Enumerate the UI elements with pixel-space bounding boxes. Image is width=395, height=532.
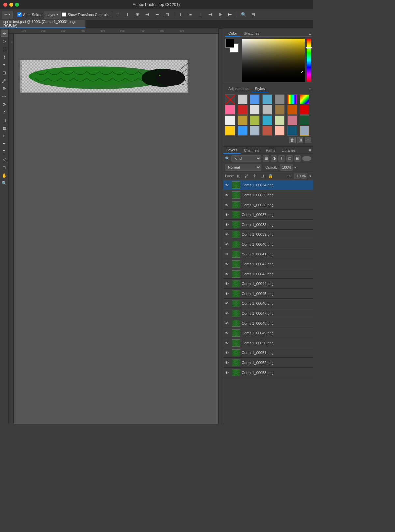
- filter-type-btn[interactable]: T: [278, 155, 285, 162]
- tab-channels[interactable]: Channels: [241, 147, 262, 154]
- filter-adjustment-btn[interactable]: ◑: [271, 155, 277, 162]
- tab-libraries[interactable]: Libraries: [278, 147, 299, 154]
- style-swatch-5[interactable]: [287, 94, 297, 104]
- layer-visibility-11[interactable]: 👁: [225, 282, 230, 286]
- history-brush[interactable]: ↺: [1, 109, 8, 116]
- style-swatch-7[interactable]: [225, 105, 235, 115]
- eraser-tool[interactable]: ◻: [1, 116, 8, 124]
- clone-tool[interactable]: ⊗: [1, 101, 8, 108]
- foreground-color[interactable]: [225, 39, 234, 48]
- style-swatch-26[interactable]: [287, 126, 297, 136]
- layer-row-11[interactable]: 👁Comp 1_00044.png: [223, 279, 313, 289]
- style-swatch-22[interactable]: [238, 126, 248, 136]
- style-swatch-11[interactable]: [275, 105, 285, 115]
- opacity-dropdown-arrow[interactable]: ▾: [294, 165, 296, 170]
- move-tool[interactable]: ✛: [1, 30, 8, 37]
- tab-swatches[interactable]: Swatches: [240, 30, 263, 37]
- layer-row-20[interactable]: 👁Comp 1_00053.png: [223, 368, 313, 377]
- distribute-h-btn[interactable]: ≡: [186, 11, 195, 19]
- style-swatch-3[interactable]: [262, 94, 272, 104]
- lock-artboard-btn[interactable]: ⊡: [259, 173, 265, 179]
- filter-smart-btn[interactable]: ⊞: [294, 155, 301, 162]
- layer-visibility-7[interactable]: 👁: [225, 242, 230, 246]
- canvas-image[interactable]: [20, 60, 188, 93]
- healing-tool[interactable]: ⊕: [1, 85, 8, 92]
- style-swatch-4[interactable]: [275, 94, 285, 104]
- style-swatch-17[interactable]: [262, 115, 272, 125]
- style-swatch-2[interactable]: [250, 94, 260, 104]
- lock-image-btn[interactable]: 🖉: [244, 173, 250, 179]
- style-swatch-16[interactable]: [250, 115, 260, 125]
- tab-color[interactable]: Color: [225, 30, 240, 37]
- search-btn[interactable]: 🔍: [239, 11, 248, 19]
- distribute-v-btn[interactable]: ⊪: [216, 11, 224, 19]
- layer-row-1[interactable]: 👁Comp 1_00034.png: [223, 180, 313, 190]
- close-button[interactable]: [3, 3, 7, 7]
- style-swatch-10[interactable]: [262, 105, 272, 115]
- style-swatch-27[interactable]: [300, 126, 309, 136]
- styles-delete-btn[interactable]: 🗑: [289, 137, 296, 143]
- layer-row-2[interactable]: 👁Comp 1_00035.png: [223, 190, 313, 200]
- lasso-tool[interactable]: ⌇: [1, 53, 8, 60]
- layer-row-4[interactable]: 👁Comp 1_00037.png: [223, 210, 313, 220]
- style-swatch-25[interactable]: [275, 126, 285, 136]
- distribute-left-btn[interactable]: ⊣: [206, 11, 215, 19]
- style-swatch-21[interactable]: [225, 126, 235, 136]
- tab-layers[interactable]: Layers: [223, 147, 241, 154]
- filter-kind-select[interactable]: Kind: [231, 155, 261, 162]
- layer-row-13[interactable]: 👁Comp 1_00046.png: [223, 299, 313, 308]
- marquee-tool[interactable]: ⬚: [1, 45, 8, 53]
- crop-tool[interactable]: ⊡: [1, 69, 8, 76]
- style-swatch-9[interactable]: [250, 105, 260, 115]
- style-swatch-20[interactable]: [300, 115, 309, 125]
- style-swatch-19[interactable]: [287, 115, 297, 125]
- panel-collapse-btn[interactable]: ‹: [218, 28, 223, 424]
- layer-row-9[interactable]: 👁Comp 1_00042.png: [223, 259, 313, 269]
- layer-row-10[interactable]: 👁Comp 1_00043.png: [223, 269, 313, 279]
- distribute-bottom-btn[interactable]: ⊥: [196, 11, 205, 19]
- dodge-tool[interactable]: ○: [1, 132, 8, 139]
- view-mode-btn[interactable]: ⊟: [249, 11, 258, 19]
- fill-dropdown-arrow[interactable]: ▾: [309, 174, 311, 178]
- layer-select[interactable]: Layer ▾: [44, 11, 61, 19]
- align-right-btn[interactable]: ⊡: [163, 11, 171, 19]
- layer-visibility-16[interactable]: 👁: [225, 331, 230, 335]
- shape-tool[interactable]: □: [1, 164, 8, 171]
- style-swatch-15[interactable]: [238, 115, 248, 125]
- style-swatch-13[interactable]: [300, 105, 309, 115]
- type-tool[interactable]: T: [1, 148, 8, 155]
- style-swatch-23[interactable]: [250, 126, 260, 136]
- layer-visibility-12[interactable]: 👁: [225, 292, 230, 296]
- layer-visibility-15[interactable]: 👁: [225, 321, 230, 325]
- filter-pixel-btn[interactable]: ▦: [263, 155, 269, 162]
- style-swatch-6[interactable]: [300, 94, 309, 104]
- align-center-v-btn[interactable]: ⊥: [123, 11, 132, 19]
- document-tab[interactable]: sprite test.psd @ 100% (Comp 1_00034.png…: [0, 20, 86, 28]
- layer-visibility-10[interactable]: 👁: [225, 272, 230, 276]
- layer-row-14[interactable]: 👁Comp 1_00047.png: [223, 308, 313, 318]
- hue-bar[interactable]: [307, 39, 311, 82]
- path-select-tool[interactable]: ◁: [1, 156, 8, 163]
- transform-controls-checkbox[interactable]: [62, 12, 66, 17]
- layer-visibility-18[interactable]: 👁: [225, 351, 230, 355]
- lock-transparent-btn[interactable]: ⊞: [236, 173, 242, 179]
- layer-row-6[interactable]: 👁Comp 1_00039.png: [223, 230, 313, 239]
- styles-copy-btn[interactable]: ⊞: [297, 137, 303, 143]
- fg-bg-color[interactable]: [225, 39, 240, 54]
- layer-visibility-6[interactable]: 👁: [225, 232, 230, 236]
- style-swatch-18[interactable]: [275, 115, 285, 125]
- layer-row-16[interactable]: 👁Comp 1_00049.png: [223, 328, 313, 338]
- style-swatch-0[interactable]: [225, 94, 235, 104]
- eyedropper-tool[interactable]: 🖉: [1, 77, 8, 84]
- layer-visibility-5[interactable]: 👁: [225, 223, 230, 227]
- styles-new-btn[interactable]: +: [305, 137, 311, 143]
- canvas-area[interactable]: 100 200 300 400 500 600 700 800 900 1234…: [9, 28, 223, 424]
- layer-row-18[interactable]: 👁Comp 1_00051.png: [223, 348, 313, 358]
- canvas-content[interactable]: [14, 34, 223, 424]
- layer-visibility-1[interactable]: 👁: [225, 183, 230, 187]
- lock-position-btn[interactable]: ✛: [251, 173, 257, 179]
- fill-input[interactable]: [294, 173, 307, 179]
- pen-tool[interactable]: ✒: [1, 140, 8, 147]
- layers-panel-menu-icon[interactable]: ≡: [309, 148, 313, 153]
- layer-row-8[interactable]: 👁Comp 1_00041.png: [223, 249, 313, 259]
